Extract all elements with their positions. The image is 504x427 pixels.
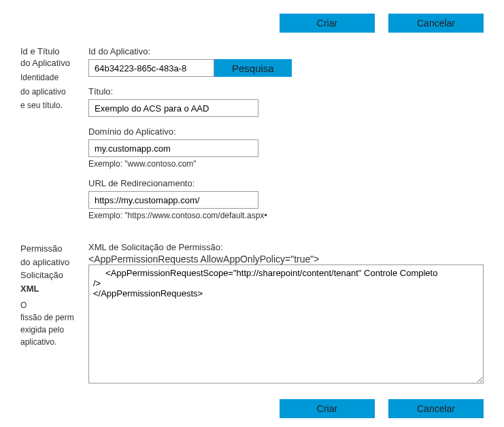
appid-input[interactable]	[88, 59, 214, 77]
redirect-input[interactable]	[88, 191, 258, 209]
create-button-bottom[interactable]: Criar	[280, 399, 375, 418]
section-xml-side: Permissão do aplicativo Solicitação XML …	[20, 242, 88, 348]
redirect-hint: Exemplo: "https://www.contoso.com/defaul…	[88, 211, 484, 220]
side-main-2: do Aplicativo	[20, 58, 83, 69]
section-id-title-label: Id e Título do Aplicativo Identidade do …	[20, 46, 88, 112]
search-button[interactable]: Pesquisa	[214, 59, 292, 77]
side-sub-2: do aplicativo	[20, 86, 83, 98]
domain-input[interactable]	[88, 139, 258, 157]
xml-side-l4: XML	[20, 282, 84, 296]
xml-side-l5: O	[20, 299, 84, 311]
redirect-label: URL de Redirecionamento:	[88, 178, 484, 188]
title-input[interactable]	[88, 99, 258, 117]
xml-side-l3: Solicitação	[20, 269, 84, 282]
title-label: Título:	[88, 86, 484, 97]
xml-side-l6: fissão de perm	[20, 311, 84, 324]
xml-side-l7: exigida pelo	[20, 324, 84, 336]
xml-pre-text: <AppPermissionRequests AllowAppOnlyPolic…	[88, 254, 484, 264]
domain-hint: Exemplo: "www.contoso.com"	[88, 159, 484, 169]
xml-side-l8: aplicativo.	[20, 336, 84, 348]
side-sub-3: e seu título.	[20, 100, 83, 112]
xml-side-l2: do aplicativo	[20, 256, 84, 269]
side-main-1: Id e Título	[20, 46, 83, 58]
xml-textarea[interactable]	[88, 264, 484, 383]
xml-side-l1: Permissão	[20, 242, 84, 256]
appid-label: Id do Aplicativo:	[88, 46, 484, 56]
create-button-top[interactable]: Criar	[280, 14, 375, 33]
cancel-button-top[interactable]: Cancelar	[388, 14, 484, 33]
domain-label: Domínio do Aplicativo:	[88, 126, 484, 137]
xml-label: XML de Solicitação de Permissão:	[88, 242, 484, 252]
side-sub-1: Identidade	[20, 72, 83, 84]
cancel-button-bottom[interactable]: Cancelar	[388, 399, 484, 418]
